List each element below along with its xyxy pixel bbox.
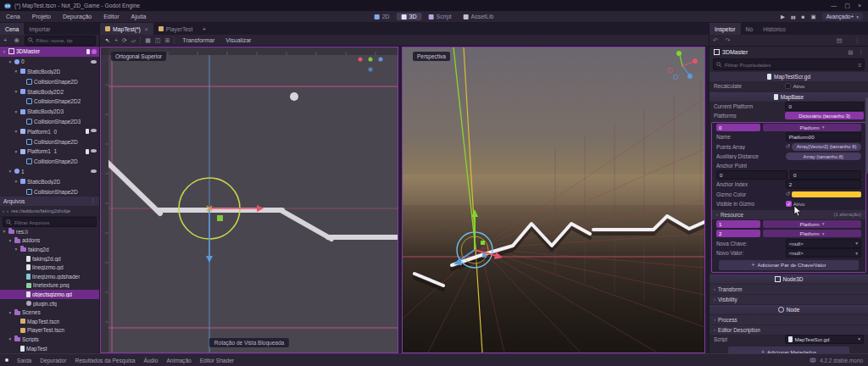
visible-in-gizmo-checkbox[interactable] [786,201,792,207]
new-value-field[interactable]: <null>▾ [786,248,861,258]
file-tree-item[interactable]: faking2d.gd [0,254,99,263]
bottom-panel-animacao[interactable]: Animação [166,358,191,363]
script-header-bar[interactable]: MapTestScr.gd [709,72,868,81]
menu-cena[interactable]: Cena [0,14,26,19]
scene-tab-playertest[interactable]: PlayerTest [153,23,198,35]
dict-key-field[interactable]: 1 [716,220,760,228]
tab-no[interactable]: Nó [741,23,759,35]
revert-icon[interactable]: ↺ [786,143,790,150]
scene-tree-item[interactable]: ▾0 [0,57,99,67]
script-field[interactable]: MapTestScr.gd ▾ [785,335,864,344]
expand-arrow-icon[interactable]: ▾ [8,59,13,64]
category-node[interactable]: Node [709,305,868,314]
points-array-button[interactable]: Array[Vector2] (tamanho 8) [792,143,861,151]
view-menu[interactable]: Visualizar [222,37,254,43]
script-badge-icon[interactable] [86,149,89,154]
history-back-icon[interactable]: ↶ [709,36,721,44]
transform-section[interactable]: › Transform [709,285,868,294]
expand-arrow-icon[interactable]: ▾ [14,69,19,74]
movie-mode-button[interactable]: ▣ [810,14,815,20]
forward-icon[interactable]: › [7,208,8,214]
scene-tree-item[interactable]: CollisionShape2D [0,157,99,167]
group-tool-icon[interactable]: ⊞ [164,37,170,44]
transform-menu[interactable]: Transformar [179,37,218,43]
tab-importar[interactable]: Importar [24,23,55,35]
new-key-field[interactable]: <null>▾ [786,239,861,248]
eye-badge-icon[interactable] [91,149,97,152]
dict-key-field[interactable]: 2 [716,230,760,237]
inspector-filter-input[interactable]: Filtrar Propriedades ≡ [713,58,865,70]
aux-distance-button[interactable]: Array (tamanho 8) [786,152,861,160]
scene-tree-item[interactable]: CollisionShape2D [0,76,99,86]
workspace-assetlib[interactable]: AssetLib [458,13,498,20]
close-button[interactable]: × [858,3,861,9]
tab-inspetor[interactable]: Inspetor [709,23,741,35]
scene-tree-item[interactable]: ▾StaticBody2D [0,67,99,77]
expand-arrow-icon[interactable]: ▾ [8,169,13,174]
pause-button[interactable]: ▮▮ [791,14,796,19]
maximize-button[interactable]: ▢ [844,3,850,9]
dict-value-type-dropdown[interactable]: Platform▾ [763,230,861,237]
name-field[interactable]: Platform00 [786,132,861,141]
scene-tree-item[interactable]: ▾3DMaster [0,47,99,57]
file-tree-item[interactable]: ▾res:// [0,227,99,236]
scene-tab-maptest[interactable]: MapTest(*) × [100,23,153,35]
file-tree-item[interactable]: ▾Scripts [0,335,99,344]
add-node-button[interactable]: + [0,36,10,44]
instance-scene-button[interactable]: ⊕ [10,36,22,44]
menu-depuracao[interactable]: Depuração [57,14,97,19]
tab-historico[interactable]: Histórico [758,23,790,35]
file-tree-item[interactable]: linetexture.png [0,281,99,291]
anchor-point-x-field[interactable]: 0 [716,170,787,180]
bottom-panel-saida[interactable]: Saída [17,358,31,363]
workspace-2d[interactable]: 2D [370,13,395,20]
script-badge-icon[interactable] [86,129,89,134]
category-node3d[interactable]: Node3D [709,274,868,284]
expand-arrow-icon[interactable]: ▾ [2,49,7,54]
file-tree-item[interactable]: objectsgizmo.gd [0,290,99,299]
script-badge-icon[interactable] [86,49,90,54]
anchor-index-field[interactable]: 2 [786,180,861,189]
viewport-2d[interactable]: Ortogonal Superior Rotação de Vista Bloq… [100,47,398,353]
scale-tool-icon[interactable]: ▱ [131,37,136,44]
back-icon[interactable]: ‹ [3,208,4,214]
file-tree-item[interactable]: ▾faking2d [0,245,99,254]
move-tool-icon[interactable]: + [114,37,118,43]
process-section[interactable]: › Process [709,315,868,324]
scene-tree-item[interactable]: ▾StaticBody2D [0,176,99,186]
dict-value-type-dropdown[interactable]: Platform▾ [763,220,861,228]
files-filter-input[interactable]: Filtrar Arquivos [3,217,97,227]
menu-ajuda[interactable]: Ajuda [125,14,152,19]
scene-tree-item[interactable]: CollisionShape2D [0,136,99,147]
inspector-tools-icon[interactable]: ⋮ [851,36,865,44]
expand-arrow-icon[interactable]: ▾ [8,238,13,243]
visibility-section[interactable]: › Visibility [709,295,868,304]
snap-tool-icon[interactable]: ▦ [145,37,151,44]
copy-properties-icon[interactable]: ▤ [848,49,853,56]
eye-badge-icon[interactable] [91,169,97,173]
advanced-dropdown[interactable]: Avançado+▾ [822,13,863,20]
scene-filter-input[interactable]: Filtro: nome, tip [25,36,96,46]
scene-tree-item[interactable]: ▾Platform1_1 [0,147,99,157]
pin-properties-icon[interactable]: ▤ [832,36,845,44]
file-tree-item[interactable]: PlayerTest.tscn [0,326,99,336]
file-tree-item[interactable]: ▾Scenes [0,308,99,317]
scene-tree-item[interactable]: CollisionShape2D [0,186,99,197]
menu-projeto[interactable]: Projeto [26,14,57,19]
anchor-point-y-field[interactable]: 0 [790,170,861,180]
platforms-dictionary-button[interactable]: Dicionário (tamanho 3) [785,112,864,119]
eye-badge-icon[interactable] [91,60,97,64]
rotate-tool-icon[interactable]: ⟳ [122,37,127,44]
resource-section[interactable]: › Resource (1 alteração) [712,210,865,219]
expand-arrow-icon[interactable]: ▾ [14,89,19,94]
workspace-script[interactable]: Script [424,13,457,20]
dict-value-type-dropdown[interactable]: Platform▾ [763,124,861,131]
file-tree-item[interactable]: plugin.cfg [0,299,99,308]
viewport-2d-canvas[interactable] [101,47,398,352]
scene-tree-item[interactable]: CollisionShape2D3 [0,117,99,127]
file-tree-item[interactable]: MapTest.tscn [0,317,99,326]
gizmo-color-swatch[interactable] [792,191,861,197]
tool-badge-icon[interactable] [92,49,97,54]
history-forward-icon[interactable]: ↷ [721,36,733,44]
tab-cena[interactable]: Cena [0,23,24,35]
